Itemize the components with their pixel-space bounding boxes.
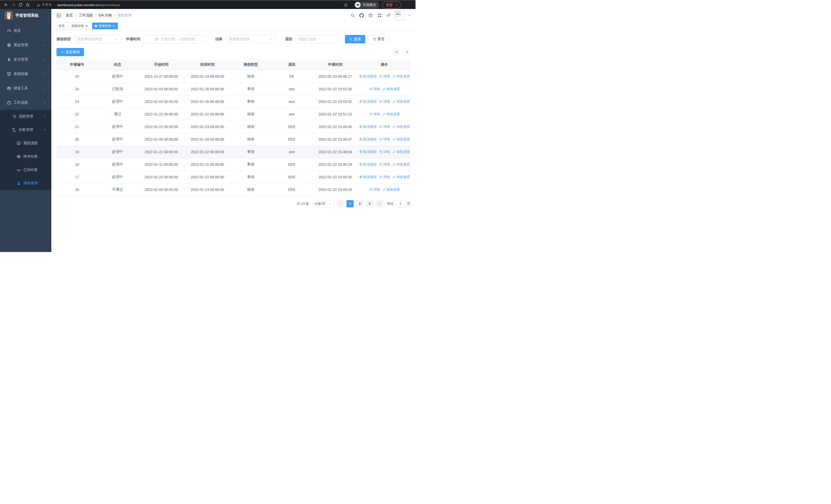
cell-status: 通过 [97, 108, 138, 120]
action-cancel-link[interactable]: 取消请假 [359, 150, 376, 154]
action-progress-link[interactable]: 审批进度 [393, 124, 410, 129]
action-detail-link[interactable]: 详情 [379, 175, 390, 179]
github-link[interactable] [359, 13, 364, 18]
refresh-table-button[interactable] [403, 49, 410, 56]
progress-icon [393, 163, 396, 166]
reason-input[interactable] [298, 37, 337, 41]
browser-reload-button[interactable] [17, 1, 24, 8]
action-progress-link[interactable]: 审批进度 [393, 74, 410, 79]
next-page-button[interactable] [376, 200, 383, 207]
cell-actions: 取消请假详情审批进度 [359, 146, 410, 158]
avatar-caret-icon[interactable] [407, 14, 411, 17]
tab-close-icon[interactable] [85, 25, 88, 27]
table-row[interactable]: 18处理中2022-01-11 00:00:002022-01-11 00:00… [56, 158, 410, 171]
action-progress-link[interactable]: 审批进度 [393, 162, 410, 167]
leave-type-select[interactable]: 请选择请假类型 [74, 35, 121, 43]
table-row[interactable]: 16不通过2022-01-04 00:00:002022-01-13 00:00… [56, 183, 410, 196]
action-detail-link[interactable]: 详情 [369, 112, 380, 117]
breadcrumb-item[interactable]: OA 示例 [98, 13, 112, 18]
sidebar-item-workflow[interactable]: 工作流程 [0, 95, 51, 110]
sidebar-item-done-tasks[interactable]: 已办任务 [0, 163, 51, 177]
sidebar-item-label: 待办任务 [23, 154, 38, 159]
address-bar[interactable]: 不安全 dashboard.yudao.iocoder.cn/bpm/oa/le… [33, 2, 351, 8]
help-button[interactable] [368, 13, 373, 18]
browser-update-button[interactable]: 更新 [382, 2, 401, 8]
reset-button[interactable]: 重置 [369, 35, 389, 43]
table-row[interactable]: 17处理中2022-01-22 00:00:002022-01-22 00:00… [56, 171, 410, 183]
action-detail-link[interactable]: 详情 [379, 74, 390, 79]
sidebar-item-system[interactable]: 系统管理 [0, 38, 51, 52]
apply-time-range-picker[interactable]: 开始日期 - 结束日期 [144, 35, 206, 43]
table-row[interactable]: 20处理中2022-01-04 00:00:002022-01-04 00:00… [56, 133, 410, 146]
table-row[interactable]: 25处理中2021-12-27 00:00:002022-01-19 00:00… [56, 70, 410, 83]
table-row[interactable]: 24已取消2022-01-03 00:00:002022-01-26 00:00… [56, 83, 410, 95]
sidebar-collapse-icon[interactable] [56, 12, 62, 18]
breadcrumb-separator: / [114, 13, 115, 18]
tab-close-icon[interactable] [112, 25, 115, 27]
action-detail-link[interactable]: 详情 [369, 187, 380, 192]
sidebar-item-home[interactable]: 首页 [0, 24, 51, 38]
page-button-2[interactable]: 2 [356, 200, 364, 207]
tab-请假查询[interactable]: 请假查询 [92, 23, 118, 29]
sidebar-item-todo-tasks[interactable]: 待办任务 [0, 150, 51, 163]
sidebar-item-payment[interactable]: 支付管理 [0, 52, 51, 67]
action-cancel-link[interactable]: 取消请假 [359, 74, 376, 79]
result-select[interactable]: 请选择流结果 [226, 35, 276, 43]
action-cancel-link[interactable]: 取消请假 [359, 162, 376, 167]
action-progress-link[interactable]: 审批进度 [382, 87, 400, 91]
breadcrumb-item[interactable]: 工作流程 [79, 13, 93, 18]
action-detail-link[interactable]: 详情 [379, 137, 390, 142]
toggle-search-button[interactable] [393, 49, 400, 56]
page-size-select[interactable]: 10条/页 [312, 200, 334, 207]
table-row[interactable]: 22通过2022-01-22 00:00:002022-01-22 00:00:… [56, 108, 410, 120]
browser-menu-dots-icon[interactable] [395, 3, 399, 7]
font-size-button[interactable] [386, 13, 391, 18]
prev-page-button[interactable] [337, 200, 344, 207]
action-cancel-link[interactable]: 取消请假 [359, 175, 376, 179]
sidebar-item-infra[interactable]: 基础设施 [0, 67, 51, 81]
action-cancel-link[interactable]: 取消请假 [359, 99, 376, 104]
action-cancel-link[interactable]: 取消请假 [359, 137, 376, 142]
cell-status: 处理中 [97, 146, 138, 158]
question-icon [368, 13, 373, 18]
cell-reason: EEE [272, 171, 312, 183]
fullscreen-button[interactable] [377, 13, 382, 18]
action-progress-link[interactable]: 审批进度 [393, 175, 410, 179]
header-search-button[interactable] [350, 13, 355, 18]
sidebar-item-my-process[interactable]: 我的流程 [0, 137, 51, 150]
tab-label: 流程详情 [71, 24, 84, 28]
table-row[interactable]: 21处理中2022-01-22 00:00:002022-01-23 00:00… [56, 120, 410, 133]
action-progress-link[interactable]: 审批进度 [393, 137, 410, 142]
page-button-3[interactable]: 3 [366, 200, 373, 207]
action-detail-link[interactable]: 详情 [379, 99, 390, 104]
browser-forward-button[interactable] [10, 1, 17, 8]
action-detail-link[interactable]: 详情 [379, 162, 390, 167]
app-logo-row[interactable]: 芋道管理系统 [0, 9, 51, 22]
bookmark-star-icon[interactable] [344, 3, 348, 7]
action-progress-link[interactable]: 审批进度 [393, 150, 410, 154]
sidebar-item-task-mgmt[interactable]: 任务管理 [0, 123, 51, 137]
table-row[interactable]: 23处理中2022-01-03 00:00:002022-01-26 00:00… [56, 95, 410, 108]
action-progress-link[interactable]: 审批进度 [382, 112, 400, 117]
tab-首页[interactable]: 首页 [56, 23, 67, 29]
action-detail-link[interactable]: 详情 [379, 150, 390, 154]
action-progress-link[interactable]: 审批进度 [382, 187, 400, 192]
action-detail-link[interactable]: 详情 [369, 87, 380, 91]
page-button-1[interactable]: 1 [346, 200, 354, 207]
sidebar-item-process-mgmt[interactable]: 流程管理 [0, 110, 51, 123]
sidebar-item-devtools[interactable]: 研发工具 [0, 81, 51, 95]
goto-page-input[interactable] [396, 200, 405, 207]
sidebar-item-leave-query[interactable]: 请假查询 [0, 177, 51, 190]
breadcrumb-item[interactable]: 首页 [66, 13, 73, 18]
table-row[interactable]: 19处理中2022-01-22 00:00:002022-01-22 00:00… [56, 146, 410, 158]
create-leave-button[interactable]: 发起请假 [56, 48, 84, 56]
user-avatar[interactable] [395, 10, 405, 20]
browser-back-button[interactable] [3, 1, 10, 8]
action-progress-link[interactable]: 审批进度 [393, 99, 410, 104]
tab-流程详情[interactable]: 流程详情 [69, 23, 91, 29]
sidebar-item-label: 工作流程 [13, 100, 28, 105]
browser-home-button[interactable] [24, 1, 31, 8]
search-button[interactable]: 搜索 [345, 35, 365, 43]
action-cancel-link[interactable]: 取消请假 [359, 124, 376, 129]
action-detail-link[interactable]: 详情 [379, 124, 390, 129]
